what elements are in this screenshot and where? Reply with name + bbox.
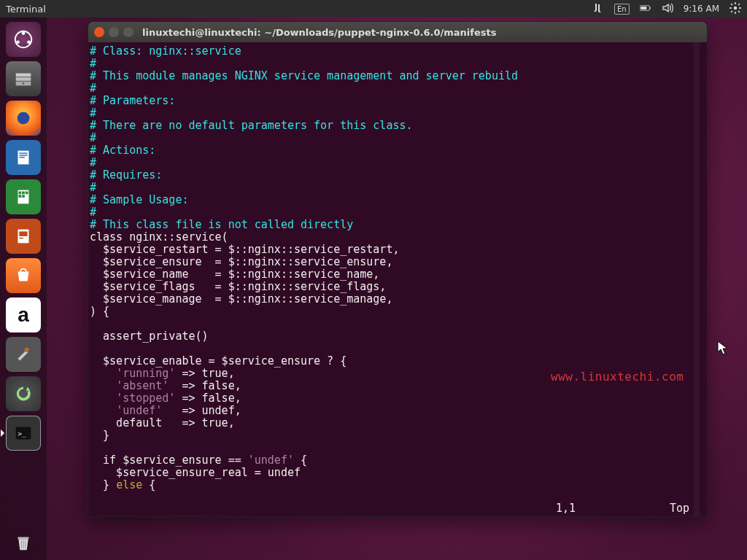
editor-content[interactable]: # Class: nginx::service # # This module …	[90, 45, 695, 491]
svg-point-15	[16, 40, 20, 44]
svg-text:>_: >_	[18, 429, 27, 438]
launcher-software[interactable]	[6, 258, 41, 293]
svg-rect-33	[19, 238, 23, 238]
indicator-area: En 9:16 AM	[592, 2, 741, 16]
svg-rect-37	[18, 537, 29, 540]
svg-point-14	[27, 40, 31, 44]
scrollbar[interactable]	[694, 42, 700, 516]
launcher-settings[interactable]	[6, 337, 41, 372]
svg-line-10	[731, 11, 732, 12]
launcher-dash[interactable]	[6, 22, 41, 57]
terminal-window: linuxtechi@linuxtechi: ~/Downloads/puppe…	[88, 21, 708, 517]
network-icon[interactable]	[592, 2, 604, 16]
launcher-calc[interactable]	[6, 179, 41, 214]
window-maximize-button[interactable]	[123, 27, 133, 37]
launcher-impress[interactable]	[6, 219, 41, 254]
svg-rect-23	[19, 155, 27, 155]
battery-icon[interactable]	[640, 2, 651, 16]
watermark-text: www.linuxtechi.com	[551, 370, 684, 384]
svg-rect-27	[22, 192, 25, 195]
svg-line-11	[738, 4, 740, 5]
launcher-trash[interactable]	[6, 525, 41, 560]
svg-rect-26	[18, 192, 21, 195]
svg-point-13	[22, 31, 26, 35]
vim-status-line: 1,1 Top	[88, 502, 700, 515]
active-app-title: Terminal	[6, 4, 46, 15]
svg-rect-17	[16, 77, 31, 81]
launcher-terminal[interactable]: >_	[6, 416, 41, 451]
keyboard-indicator[interactable]: En	[614, 4, 630, 15]
svg-rect-32	[19, 231, 27, 236]
unity-launcher: a >_	[0, 18, 47, 560]
svg-line-9	[738, 11, 740, 12]
window-titlebar[interactable]: linuxtechi@linuxtechi: ~/Downloads/puppe…	[88, 22, 707, 42]
top-panel: Terminal En 9:16 AM	[0, 0, 747, 18]
svg-line-8	[731, 4, 732, 5]
window-minimize-button[interactable]	[109, 27, 119, 37]
svg-rect-2	[640, 7, 646, 9]
launcher-writer[interactable]	[6, 140, 41, 175]
cursor-position: 1,1	[556, 502, 576, 515]
svg-rect-1	[649, 7, 650, 9]
scroll-percent: Top	[670, 502, 689, 515]
svg-rect-22	[19, 152, 27, 153]
clock[interactable]: 9:16 AM	[684, 4, 719, 14]
svg-rect-28	[26, 192, 28, 195]
launcher-updater[interactable]	[6, 376, 41, 411]
svg-rect-30	[22, 195, 25, 198]
svg-rect-24	[19, 157, 25, 158]
sound-icon[interactable]	[662, 2, 673, 16]
window-close-button[interactable]	[94, 27, 104, 37]
svg-rect-16	[16, 74, 31, 77]
svg-point-3	[734, 6, 737, 9]
window-title: linuxtechi@linuxtechi: ~/Downloads/puppe…	[142, 27, 496, 38]
svg-point-20	[18, 112, 30, 125]
launcher-amazon[interactable]: a	[6, 298, 41, 332]
svg-rect-29	[18, 195, 21, 198]
gear-icon[interactable]	[729, 2, 741, 16]
mouse-cursor-icon	[717, 341, 729, 359]
svg-point-19	[23, 82, 24, 84]
launcher-files[interactable]	[6, 61, 41, 96]
launcher-firefox[interactable]	[6, 101, 41, 136]
terminal-body[interactable]: # Class: nginx::service # # This module …	[88, 42, 707, 516]
